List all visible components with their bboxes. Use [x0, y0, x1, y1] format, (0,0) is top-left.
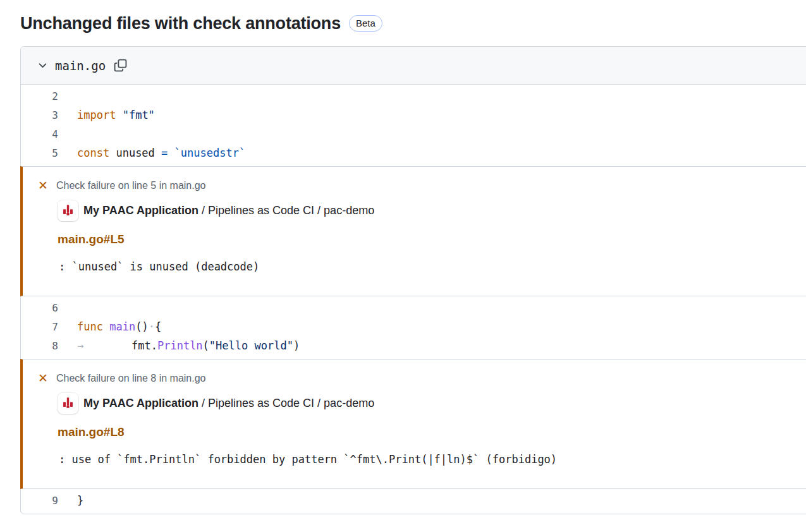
app-title: My PAAC Application / Pipelines as Code …	[83, 204, 374, 217]
line-number: 8	[21, 340, 58, 352]
annotation-message: : use of `fmt.Println` forbidden by patt…	[59, 453, 803, 466]
annotation-message: : `unused` is unused (deadcode)	[59, 260, 803, 273]
code-line: 6	[21, 298, 806, 317]
line-number: 2	[21, 90, 58, 102]
line-number: 3	[21, 109, 58, 121]
app-avatar	[58, 200, 78, 221]
code-text: const unused = `unusedstr`	[77, 147, 245, 159]
app-path: / Pipelines as Code CI / pac-demo	[198, 397, 374, 409]
check-annotation-line-8: ✕ Check failure on line 8 in main.go My …	[20, 359, 806, 489]
page-header: Unchanged files with check annotations B…	[20, 13, 806, 34]
code-line: 5const unused = `unusedstr`	[21, 143, 806, 162]
app-path: / Pipelines as Code CI / pac-demo	[198, 204, 374, 217]
line-number: 9	[21, 495, 58, 507]
annotation-header: Check failure on line 5 in main.go	[56, 180, 206, 191]
beta-badge: Beta	[349, 15, 382, 32]
x-failure-icon: ✕	[38, 179, 48, 191]
annotation-app-row: My PAAC Application / Pipelines as Code …	[58, 393, 803, 414]
code-section-lines-6-8: 67func main()·{8→fmt.Println("Hello worl…	[21, 296, 806, 359]
app-name: My PAAC Application	[83, 204, 198, 217]
code-section-lines-2-5: 23import "fmt"45const unused = `unusedst…	[21, 85, 806, 166]
code-line: 7func main()·{	[21, 317, 806, 336]
annotation-header-row: ✕ Check failure on line 8 in main.go	[38, 372, 803, 384]
app-avatar	[58, 393, 78, 414]
code-line: 3import "fmt"	[21, 106, 806, 124]
line-number: 6	[21, 302, 58, 314]
annotation-app-row: My PAAC Application / Pipelines as Code …	[58, 200, 803, 221]
chevron-down-icon[interactable]	[34, 57, 51, 75]
annotation-header: Check failure on line 8 in main.go	[56, 373, 206, 384]
x-failure-icon: ✕	[38, 372, 48, 384]
code-text: →fmt.Println("Hello world")	[77, 339, 300, 352]
code-text: func main()·{	[77, 320, 161, 333]
line-number: 4	[21, 128, 58, 140]
code-section-line-9: 9}	[21, 489, 806, 514]
file-annotations-card: main.go 23import "fmt"45const unused = `…	[20, 46, 806, 514]
app-title: My PAAC Application / Pipelines as Code …	[83, 397, 374, 410]
line-number: 7	[21, 321, 58, 333]
code-line: 9}	[21, 491, 806, 510]
annotation-file-link[interactable]: main.go#L8	[58, 425, 125, 439]
file-header: main.go	[21, 47, 806, 85]
code-line: 4	[21, 124, 806, 143]
code-line: 2	[21, 87, 806, 106]
code-line: 8→fmt.Println("Hello world")	[21, 336, 806, 355]
copy-icon[interactable]	[112, 57, 128, 74]
check-annotation-line-5: ✕ Check failure on line 5 in main.go My …	[20, 166, 806, 296]
line-number: 5	[21, 147, 58, 159]
code-text: }	[77, 494, 83, 507]
annotation-file-link[interactable]: main.go#L5	[58, 233, 125, 246]
page-title: Unchanged files with check annotations	[20, 14, 341, 33]
file-name: main.go	[55, 59, 106, 73]
annotation-header-row: ✕ Check failure on line 5 in main.go	[38, 179, 803, 191]
app-name: My PAAC Application	[83, 397, 198, 409]
code-text: import "fmt"	[77, 109, 155, 121]
